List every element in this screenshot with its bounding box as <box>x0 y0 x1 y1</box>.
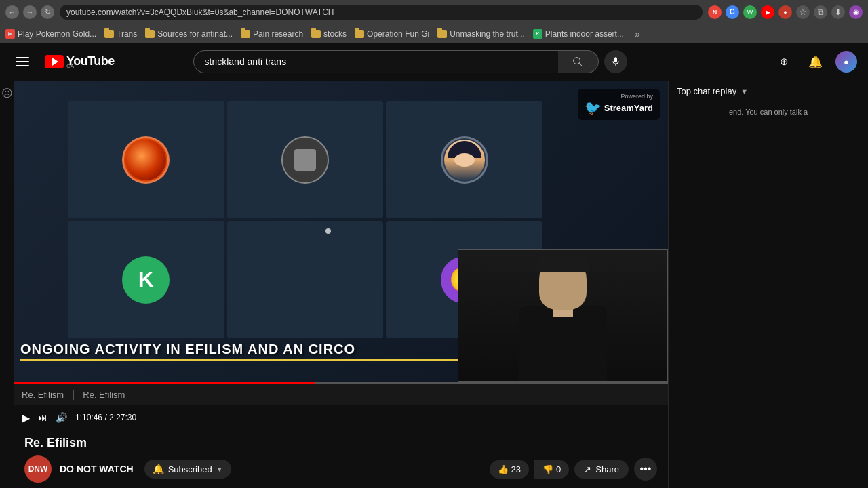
participant-avatar-k: K <box>122 256 170 304</box>
subscribe-label: Subscribed <box>168 464 212 474</box>
puzzle-icon[interactable]: ⧉ <box>814 5 827 19</box>
current-time: 1:10:46 <box>75 413 102 422</box>
bookmarks-overflow[interactable]: » <box>635 28 640 39</box>
powered-by-text: Powered by <box>620 93 653 100</box>
thumbs-down-icon: 👎 <box>542 464 553 474</box>
participant-avatar-stop <box>281 136 329 184</box>
youtube-header: YouTube CA ⊕ 🔔 ● <box>0 43 868 81</box>
bookmark-operation[interactable]: Operation Fun Gi <box>355 29 429 39</box>
below-video: Re. Efilism DNW DO NOT WATCH 🔔 Subscribe… <box>14 430 668 488</box>
forward-button[interactable]: → <box>23 5 37 19</box>
participant-tile-4: K <box>68 221 224 338</box>
channel-row: DNW DO NOT WATCH 🔔 Subscribed ▼ 👍 23 <box>24 450 657 483</box>
address-text: youtube.com/watch?v=3cAQQDxBiuk&t=0s&ab_… <box>66 7 334 17</box>
hamburger-icon <box>16 57 29 66</box>
sad-face-icon: ☹ <box>0 86 14 100</box>
search-button[interactable] <box>558 50 599 73</box>
seek-bar[interactable] <box>14 382 668 384</box>
volume-button[interactable]: 🔊 <box>56 412 67 423</box>
bookmark-icon[interactable]: ☆ <box>796 5 810 19</box>
header-left: YouTube CA <box>11 50 115 73</box>
webcam-overlay <box>458 249 668 382</box>
search-icon <box>572 56 584 68</box>
yt-logo-icon <box>45 55 64 68</box>
streamyard-bird-icon: 🐦 <box>585 100 601 116</box>
yt-play-triangle <box>52 58 58 66</box>
play-pause-button[interactable]: ▶ <box>22 411 30 424</box>
download-icon[interactable]: ⬇ <box>831 5 845 19</box>
action-buttons: 👍 23 👎 0 ↗ Share ••• <box>490 458 657 481</box>
header-right: ⊕ 🔔 ● <box>773 50 857 73</box>
bookmark-label-trans: Trans <box>117 29 137 39</box>
browser-nav-controls: ← → ↻ <box>5 5 54 19</box>
participant-tile-2 <box>227 101 384 218</box>
user-icon-2[interactable]: ◉ <box>849 5 863 19</box>
bookmark-plants[interactable]: K Plants indoor assert... <box>533 29 624 39</box>
bookmark-folder-sources <box>145 30 155 38</box>
notifications-button[interactable]: 🔔 <box>804 50 827 73</box>
bookmark-sources[interactable]: Sources for antinat... <box>145 29 233 39</box>
chat-title[interactable]: Top chat replay ▼ <box>677 86 748 96</box>
share-label: Share <box>595 464 619 474</box>
bookmark-pain[interactable]: Pain research <box>241 29 303 39</box>
main-content: ☹ Powered by 🐦 StreamYard <box>0 81 868 488</box>
video-player[interactable]: Powered by 🐦 StreamYard <box>14 81 668 382</box>
channel-info: DO NOT WATCH <box>60 464 134 474</box>
chat-panel: Top chat replay ▼ end. You can only talk… <box>668 81 868 488</box>
search-bar <box>193 50 627 73</box>
bookmark-pokemon[interactable]: ▶ Play Pokemon Gold... <box>5 29 96 39</box>
youtube-logo[interactable]: YouTube CA <box>45 54 115 69</box>
chat-title-text: Top chat replay <box>677 86 736 96</box>
extensions-icon[interactable]: N <box>708 5 722 19</box>
bookmark-folder-stocks <box>311 30 321 38</box>
back-button[interactable]: ← <box>5 5 19 19</box>
bookmark-unmasking[interactable]: Unmasking the trut... <box>437 29 525 39</box>
mic-icon <box>610 56 621 67</box>
address-bar[interactable]: youtube.com/watch?v=3cAQQDxBiuk&t=0s&ab_… <box>60 5 703 20</box>
user-avatar[interactable]: ● <box>835 51 857 73</box>
thumbs-up-icon: 👍 <box>498 464 509 474</box>
refresh-button[interactable]: ↻ <box>41 5 54 19</box>
bookmark-label-stocks: stocks <box>323 29 347 39</box>
yt-region: CA <box>66 63 115 69</box>
mic-button[interactable] <box>604 50 627 73</box>
total-time: 2:27:30 <box>109 413 136 422</box>
profile-icon[interactable]: G <box>726 5 739 19</box>
wallet-icon[interactable]: W <box>743 5 757 19</box>
subscribe-dropdown-arrow: ▼ <box>216 466 223 473</box>
streamyard-name: StreamYard <box>604 103 653 113</box>
chat-body: end. You can only talk a <box>669 102 868 488</box>
participant-avatar-fire <box>122 136 170 184</box>
share-button[interactable]: ↗ Share <box>574 460 629 479</box>
chat-end-text: end. You can only talk a <box>674 108 863 116</box>
dislike-button[interactable]: 👎 0 <box>534 460 569 479</box>
playback-title-right: Re. Efilism <box>83 390 125 400</box>
yt-icon[interactable]: ▶ <box>761 5 774 19</box>
left-sidebar: ☹ <box>0 81 14 488</box>
extra-icon-1[interactable]: ● <box>778 5 792 19</box>
playback-title-left: Re. Efilism <box>22 390 64 400</box>
bookmark-icon-pokemon: ▶ <box>5 29 15 39</box>
bookmark-label-pokemon: Play Pokemon Gold... <box>18 29 96 39</box>
channel-avatar-initial: DNW <box>28 464 48 474</box>
bookmark-stocks[interactable]: stocks <box>311 29 347 39</box>
video-section: Powered by 🐦 StreamYard <box>14 81 668 488</box>
channel-avatar[interactable]: DNW <box>24 455 52 483</box>
like-count: 23 <box>511 464 521 474</box>
subscribe-button[interactable]: 🔔 Subscribed ▼ <box>144 460 231 479</box>
channel-name[interactable]: DO NOT WATCH <box>60 464 134 474</box>
search-input[interactable] <box>193 50 558 73</box>
bookmark-trans[interactable]: Trans <box>104 29 137 39</box>
participant-tile-3 <box>386 101 542 218</box>
create-button[interactable]: ⊕ <box>773 50 796 73</box>
skip-next-button[interactable]: ⏭ <box>38 412 47 423</box>
like-button[interactable]: 👍 23 <box>490 460 529 479</box>
hamburger-menu[interactable] <box>11 50 34 73</box>
video-title: Re. Efilism <box>24 436 657 450</box>
playback-title-separator: | <box>72 388 75 401</box>
video-controls: ▶ ⏭ 🔊 1:10:46 / 2:27:30 <box>14 405 668 430</box>
browser-toolbar-icons: N G W ▶ ● ☆ ⧉ ⬇ ◉ <box>708 5 863 19</box>
bell-icon: 🔔 <box>153 464 164 474</box>
bookmark-icon-plants: K <box>533 29 542 39</box>
more-options-button[interactable]: ••• <box>634 458 657 481</box>
